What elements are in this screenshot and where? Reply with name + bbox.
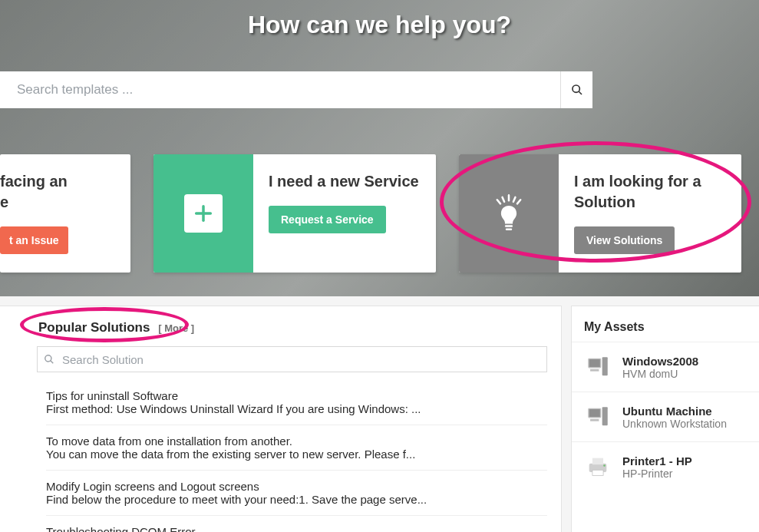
- plus-icon: [184, 194, 223, 233]
- solution-card: I am looking for a Solution View Solutio…: [459, 154, 741, 273]
- svg-point-24: [603, 464, 606, 467]
- hero-banner: How can we help you? facing an e t an Is…: [0, 0, 759, 296]
- issue-card: facing an e t an Issue: [0, 154, 130, 273]
- svg-rect-22: [592, 458, 603, 465]
- solution-item-title: To move data from one installation from …: [46, 435, 547, 448]
- lightbulb-icon: [488, 193, 530, 234]
- search-icon: [571, 84, 583, 96]
- hero-title: How can we help you?: [0, 0, 759, 39]
- asset-item[interactable]: Windows2008 HVM domU: [572, 342, 759, 392]
- workstation-icon: [584, 353, 612, 381]
- svg-point-11: [45, 355, 51, 362]
- request-service-button[interactable]: Request a Service: [269, 206, 386, 233]
- solution-item[interactable]: Tips for uninstall Software First method…: [46, 380, 547, 425]
- popular-solutions-panel: Popular Solutions [ More ] Tips for unin…: [0, 306, 562, 532]
- svg-rect-5: [506, 228, 512, 230]
- solution-item-desc: Find below the procedure to meet with yo…: [46, 493, 547, 506]
- lower-section: Popular Solutions [ More ] Tips for unin…: [0, 296, 759, 532]
- my-assets-title: My Assets: [584, 320, 645, 333]
- svg-rect-15: [602, 357, 608, 375]
- svg-rect-18: [589, 409, 600, 417]
- popular-solutions-header: Popular Solutions [ More ]: [0, 306, 561, 346]
- global-search-button[interactable]: [560, 71, 592, 108]
- solution-search-input[interactable]: [61, 352, 540, 367]
- svg-point-0: [573, 85, 579, 92]
- solution-search: [37, 346, 547, 372]
- solution-item-desc: First method: Use Windows Uninstall Wiza…: [46, 402, 547, 415]
- solution-item[interactable]: To move data from one installation from …: [46, 425, 547, 470]
- asset-item[interactable]: Printer1 - HP HP-Printer: [572, 441, 759, 491]
- asset-sub: Unknown Workstation: [622, 418, 727, 430]
- asset-sub: HVM domU: [622, 368, 698, 380]
- solution-list: Tips for uninstall Software First method…: [46, 380, 547, 532]
- solution-item-title: Modify Login screens and Logout screens: [46, 480, 547, 493]
- workstation-icon: [584, 403, 612, 431]
- popular-solutions-title: Popular Solutions: [38, 320, 150, 335]
- svg-rect-20: [590, 419, 599, 421]
- svg-rect-4: [505, 225, 513, 227]
- service-card-title: I need a new Service: [269, 171, 421, 192]
- solution-item-title: Tips for uninstall Software: [46, 389, 547, 402]
- asset-name: Windows2008: [622, 355, 698, 368]
- svg-rect-19: [602, 407, 608, 425]
- solution-card-icon-area: [459, 154, 559, 273]
- my-assets-header: My Assets: [572, 306, 759, 342]
- svg-line-12: [51, 361, 54, 364]
- solution-item-title: Troubleshooting DCOM Error: [46, 525, 547, 532]
- svg-line-7: [497, 200, 500, 203]
- solution-item-desc: You can move the data from the existing …: [46, 448, 547, 461]
- my-assets-panel: My Assets Windows2008 HVM domU: [571, 306, 759, 532]
- asset-item[interactable]: Ubuntu Machine Unknown Workstation: [572, 392, 759, 441]
- asset-name: Printer1 - HP: [622, 454, 692, 468]
- svg-line-10: [513, 197, 516, 202]
- solution-item[interactable]: Modify Login screens and Logout screens …: [46, 470, 547, 515]
- service-card-icon-area: [153, 154, 253, 273]
- popular-solutions-more-link[interactable]: [ More ]: [158, 322, 194, 334]
- asset-name: Ubuntu Machine: [622, 405, 727, 418]
- service-card: I need a new Service Request a Service: [153, 154, 436, 273]
- issue-card-title: facing an e: [0, 171, 121, 213]
- printer-icon: [584, 453, 612, 481]
- svg-line-1: [579, 91, 582, 94]
- search-icon: [44, 354, 54, 365]
- global-search: [0, 71, 592, 108]
- asset-sub: HP-Printer: [622, 468, 692, 480]
- svg-line-9: [503, 197, 505, 202]
- solution-item[interactable]: Troubleshooting DCOM Error 'Either acces…: [46, 515, 547, 532]
- view-solutions-button[interactable]: View Solutions: [574, 226, 675, 254]
- svg-rect-16: [590, 369, 599, 372]
- svg-rect-14: [589, 359, 600, 367]
- action-cards-row: facing an e t an Issue I need a new Serv…: [0, 154, 759, 273]
- solution-card-title: I am looking for a Solution: [574, 171, 726, 213]
- svg-rect-23: [592, 470, 603, 475]
- report-issue-button[interactable]: t an Issue: [0, 226, 68, 254]
- svg-line-8: [517, 200, 520, 203]
- global-search-input[interactable]: [0, 71, 560, 108]
